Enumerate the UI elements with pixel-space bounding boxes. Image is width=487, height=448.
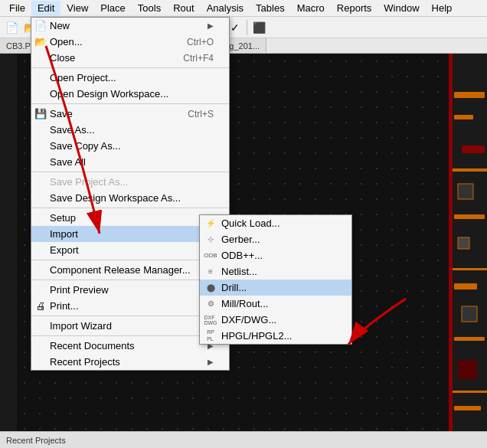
svg-rect-6 [454,214,485,219]
menu-save-copy-as[interactable]: Save Copy As... [31,138,229,154]
submenu-netlist-label: Netlist... [221,266,257,277]
sep2 [31,103,229,104]
menu-tools[interactable]: Tools [132,1,167,15]
submenu-quick-load[interactable]: ⚡ Quick Load... [200,215,351,231]
open-shortcut: Ctrl+O [187,37,214,47]
sep1 [31,67,229,68]
svg-rect-12 [458,360,477,379]
svg-rect-8 [450,268,487,270]
close-icon [34,52,47,64]
print-preview-icon [34,284,47,296]
menu-save-project-label: Save Project As... [50,176,129,188]
menu-recent-projects-label: Recent Projects [50,356,120,368]
new-arrow: ▶ [208,21,214,30]
save-project-icon [34,176,47,188]
new-icon: 📄 [34,20,47,32]
svg-rect-3 [462,146,485,153]
submenu-odb[interactable]: ODB ODB++... [200,247,351,263]
menu-close[interactable]: Close Ctrl+F4 [31,50,229,66]
open-project-icon [34,72,47,84]
menu-place[interactable]: Place [94,1,132,15]
submenu-dxf-dwg[interactable]: DXFDWG DXF/DWG... [200,312,351,328]
menu-save[interactable]: 💾 Save Ctrl+S [31,106,229,122]
submenu-mill-rout[interactable]: ⚙ Mill/Rout... [200,296,351,312]
menu-save-copy-label: Save Copy As... [50,140,121,152]
svg-rect-13 [450,391,487,393]
menu-open-project[interactable]: Open Project... [31,70,229,86]
import-wizard-icon [34,320,47,332]
menu-import-label: Import [50,228,78,240]
menu-save-design-workspace[interactable]: Save Design Workspace As... [31,190,229,206]
submenu-gerber-label: Gerber... [221,234,260,245]
svg-rect-0 [450,54,487,448]
menu-save-as[interactable]: Save As... [31,122,229,138]
menu-save-all-label: Save All [50,156,86,168]
menu-save-dws-label: Save Design Workspace As... [50,192,181,204]
toolbar-new-btn[interactable]: 📄 [3,19,20,36]
menu-recent-projects[interactable]: Recent Projects ▶ [31,354,229,370]
gerber-icon: ⊹ [203,234,218,246]
submenu-hpgl[interactable]: RPPL HPGL/HPGL2... [200,328,351,344]
drill-icon: ⬤ [203,282,218,294]
submenu-quick-load-label: Quick Load... [221,217,280,229]
submenu-odb-label: ODB++... [221,250,263,261]
mill-rout-icon: ⚙ [203,298,218,310]
submenu-drill-label: Drill... [221,282,247,293]
save-shortcut: Ctrl+S [188,109,214,119]
menu-edit[interactable]: Edit [31,1,60,15]
menu-macro[interactable]: Macro [291,1,331,15]
menu-analysis[interactable]: Analysis [201,1,250,15]
svg-rect-1 [454,92,485,98]
import-submenu: ⚡ Quick Load... ⊹ Gerber... ODB ODB++...… [199,214,352,345]
svg-rect-5 [458,184,473,199]
menu-new-label: New [50,20,70,31]
save-as-icon [34,124,47,136]
hpgl-icon: RPPL [203,330,218,342]
menu-open-label: Open... [50,36,83,47]
submenu-hpgl-label: HPGL/HPGL2... [221,330,292,342]
import-icon [34,228,47,240]
svg-rect-10 [462,306,477,322]
odb-icon: ODB [203,250,218,262]
menu-new[interactable]: 📄 New ▶ [31,18,229,34]
menu-view[interactable]: View [60,1,94,15]
menu-recent-docs-label: Recent Documents [50,340,135,352]
menubar: File Edit View Place Tools Rout Analysis… [0,0,487,17]
toolbar-extra-btn[interactable]: ⬛ [250,19,267,36]
submenu-netlist[interactable]: ≡ Netlist... [200,263,351,280]
save-dws-icon [34,192,47,204]
submenu-gerber[interactable]: ⊹ Gerber... [200,231,351,247]
menu-save-project-as: Save Project As... [31,174,229,190]
menu-save-all[interactable]: Save All [31,154,229,170]
recent-projects-icon [34,356,47,368]
menu-open-workspace[interactable]: Open Design Workspace... [31,86,229,102]
menu-help[interactable]: Help [426,1,459,15]
sep3 [31,172,229,172]
menu-file[interactable]: File [3,1,31,15]
quick-load-icon: ⚡ [203,217,218,230]
submenu-mill-rout-label: Mill/Rout... [221,298,268,309]
statusbar: Recent Projects [0,431,487,448]
recent-docs-icon [34,340,47,352]
menu-export-label: Export [50,244,79,256]
menu-rout[interactable]: Rout [167,1,200,15]
menu-print-preview-label: Print Preview [50,284,109,296]
print-icon: 🖨 [34,300,47,312]
menu-window[interactable]: Window [378,1,425,15]
open-workspace-icon [34,88,47,100]
menu-print-label: Print... [50,300,79,312]
menu-crm-label: Component Release Manager... [50,264,191,276]
svg-rect-2 [454,115,473,119]
submenu-drill[interactable]: ⬤ Drill... [200,280,351,296]
save-copy-icon [34,140,47,152]
menu-reports[interactable]: Reports [331,1,378,15]
svg-rect-11 [454,337,485,341]
menu-open[interactable]: 📂 Open... Ctrl+O [31,34,229,50]
menu-close-label: Close [50,52,75,64]
svg-rect-7 [458,237,469,249]
svg-rect-9 [454,283,477,289]
save-icon: 💾 [34,108,47,120]
menu-tables[interactable]: Tables [250,1,291,15]
crm-icon [34,264,47,276]
svg-rect-14 [454,406,481,410]
